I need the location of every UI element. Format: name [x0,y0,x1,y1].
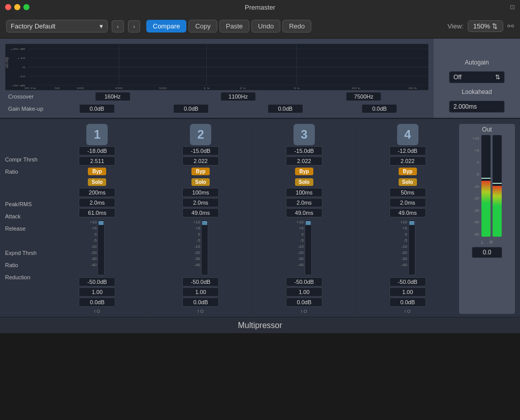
band-2-compr-thrsh[interactable]: -15.0dB [182,146,219,155]
band-4-solo-button[interactable]: Solo [399,178,417,186]
gain-makeup-2[interactable]: 0.0dB [173,104,209,113]
eq-graph-section: 1 2 3 4 +20 dB +10 0 -10 [0,39,434,118]
band-1-expnd-thrsh[interactable]: -50.0dB [79,277,115,286]
band-3-compr-thrsh[interactable]: -15.0dB [286,146,322,155]
traffic-lights [5,4,29,10]
svg-text:+20 dB: +20 dB [10,48,25,50]
undo-button[interactable]: Undo [251,20,280,33]
out-meter-L [481,135,491,237]
out-scale-8: -60 [472,232,479,237]
eq-grid-svg: +20 dB +10 0 -10 -20 dB 20 Hz 50 100 200… [6,44,428,90]
band-4-ratio[interactable]: 2.022 [389,156,426,166]
band-3-column: 3 -15.0dB 2.022 Byp Solo 100ms 2.0ms 49.… [257,124,352,314]
band-1-attack[interactable]: 2.0ms [79,198,115,207]
band-2-badge: 2 [190,124,211,145]
band-4-byp-button[interactable]: Byp [399,168,417,175]
nav-forward-button[interactable]: › [128,20,140,33]
band-1-reduction[interactable]: 0.0dB [79,298,115,307]
out-scale-7: -40 [472,220,479,224]
release-label: Release [5,222,46,235]
expand-icon[interactable]: ⊡ [510,4,515,11]
band-2-peakrms[interactable]: 100ms [182,188,219,197]
link-icon[interactable]: ⚯ [507,21,514,31]
crossover-2[interactable]: 1100Hz [220,92,256,101]
band-4-badge: 4 [397,124,418,145]
band-1-release[interactable]: 61.0ms [79,208,115,217]
out-L-label: L [481,240,483,245]
band-1-column: 1 -18.0dB 2.511 Byp Solo 200ms 2.0ms 61.… [50,124,145,314]
band-1-badge: 1 [86,124,108,145]
band-2-expnd-thrsh[interactable]: -50.0dB [182,277,219,286]
band-2-attack[interactable]: 2.0ms [182,198,219,207]
gain-makeup-3[interactable]: 0.0dB [268,104,303,113]
svg-text:20 k: 20 k [408,87,417,89]
autogain-label: Autogain [465,59,489,66]
svg-text:0: 0 [22,66,25,68]
svg-text:10 k: 10 k [351,87,361,89]
out-meter-R [493,135,502,237]
band-3-expnd-thrsh[interactable]: -50.0dB [286,277,322,286]
out-scale-3: -5 [472,172,479,177]
band-2-byp-button[interactable]: Byp [191,168,210,175]
gain-makeup-4[interactable]: 0.0dB [362,104,397,113]
autogain-arrow: ⇅ [495,74,500,81]
crossover-1[interactable]: 160Hz [95,92,131,101]
band-4-attack[interactable]: 2.0ms [389,198,426,207]
lookahead-field[interactable]: 2.000ms [449,101,505,113]
svg-text:-20 dB: -20 dB [12,84,25,86]
band-3-solo-button[interactable]: Solo [295,178,313,186]
redo-button[interactable]: Redo [282,20,311,33]
nav-back-button[interactable]: ‹ [112,20,124,33]
dropdown-arrow: ▾ [100,22,103,30]
band-4-compr-thrsh[interactable]: -12.0dB [389,146,426,155]
band-1-ratio[interactable]: 2.511 [79,156,115,166]
svg-text:200: 200 [115,87,123,89]
gain-makeup-1[interactable]: 0.0dB [79,104,115,113]
lookahead-value: 2.000ms [453,103,477,110]
band-1-io-label: I O [94,309,100,314]
copy-button[interactable]: Copy [188,20,217,33]
band-4-expnd-thrsh[interactable]: -50.0dB [389,277,426,286]
out-value-field[interactable]: 0.0 [472,247,502,258]
preset-dropdown[interactable]: Factory Default ▾ [6,20,108,33]
autogain-dropdown[interactable]: Off ⇅ [449,71,505,83]
maximize-button[interactable] [23,4,29,10]
band-2-ratio[interactable]: 2.022 [182,156,219,166]
band-3-ratio[interactable]: 2.022 [286,156,322,166]
band-3-byp-button[interactable]: Byp [295,168,313,175]
band-1-peakrms[interactable]: 200ms [79,188,115,197]
band-3-exp-ratio[interactable]: 1.00 [286,287,322,297]
close-button[interactable] [5,4,11,10]
band-2-release[interactable]: 49.0ms [182,208,219,217]
out-scale-6: -30 [472,208,479,213]
band-2-reduction[interactable]: 0.0dB [182,298,219,307]
band-4-release[interactable]: 49.0ms [389,208,426,217]
crossover-3[interactable]: 7500Hz [346,92,381,101]
band-2-solo-button[interactable]: Solo [191,178,210,186]
band-4-reduction[interactable]: 0.0dB [389,298,426,307]
view-percent-control[interactable]: 150% ⇅ [468,20,503,32]
minimize-button[interactable] [14,4,20,10]
out-scale-4: -10 [472,184,479,189]
band-3-peakrms[interactable]: 100ms [286,188,322,197]
toolbar: Factory Default ▾ ‹ › Compare Copy Paste… [0,14,520,39]
band-4-peakrms[interactable]: 50ms [389,188,426,197]
band-1-byp-button[interactable]: Byp [88,168,106,175]
band-3-release[interactable]: 49.0ms [286,208,322,217]
out-label: Out [482,126,492,133]
crossover-label: Crossover [8,93,49,100]
band-3-attack[interactable]: 2.0ms [286,198,322,207]
svg-text:2 k: 2 k [240,87,246,89]
band-4-exp-ratio[interactable]: 1.00 [389,287,426,297]
eq-display[interactable]: 1 2 3 4 +20 dB +10 0 -10 [5,44,429,90]
out-R-label: R [490,240,493,245]
view-percent-value: 150% [473,22,490,30]
band-1-solo-button[interactable]: Solo [88,178,106,186]
compare-button[interactable]: Compare [146,20,186,33]
band-2-exp-ratio[interactable]: 1.00 [182,287,219,297]
band-1-exp-ratio[interactable]: 1.00 [79,287,115,297]
paste-button[interactable]: Paste [219,20,249,33]
toolbar-right: View: 150% ⇅ ⚯ [447,20,514,32]
band-1-compr-thrsh[interactable]: -18.0dB [79,146,115,155]
band-3-reduction[interactable]: 0.0dB [286,298,322,307]
